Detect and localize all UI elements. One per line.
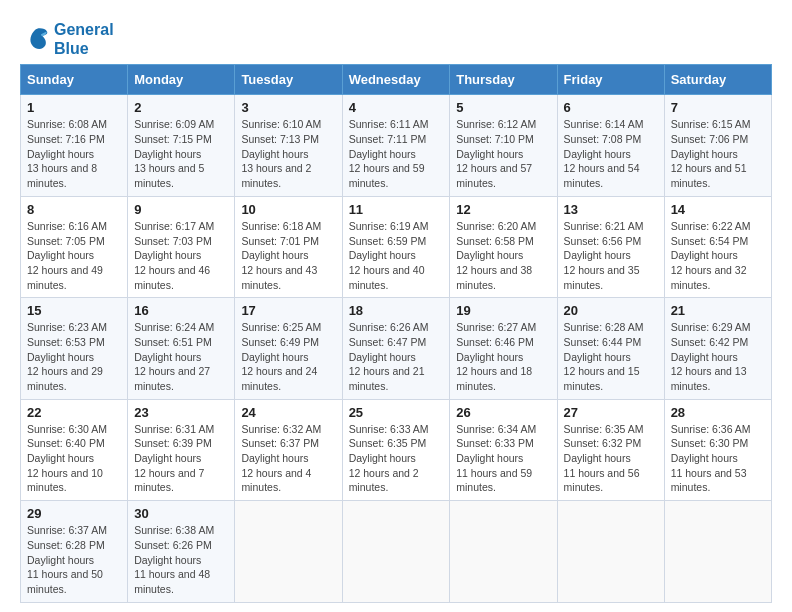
day-number: 28	[671, 405, 765, 420]
sunset-label: Sunset: 7:10 PM	[456, 133, 534, 145]
day-number: 1	[27, 100, 121, 115]
calendar-day-header: Sunday	[21, 65, 128, 95]
calendar-cell: 9 Sunrise: 6:17 AM Sunset: 7:03 PM Dayli…	[128, 196, 235, 297]
sunset-label: Sunset: 7:05 PM	[27, 235, 105, 247]
calendar-cell: 21 Sunrise: 6:29 AM Sunset: 6:42 PM Dayl…	[664, 298, 771, 399]
calendar-cell: 19 Sunrise: 6:27 AM Sunset: 6:46 PM Dayl…	[450, 298, 557, 399]
daylight-label: Daylight hours	[241, 452, 308, 464]
day-number: 25	[349, 405, 444, 420]
day-info: Sunrise: 6:30 AM Sunset: 6:40 PM Dayligh…	[27, 422, 121, 495]
day-info: Sunrise: 6:38 AM Sunset: 6:26 PM Dayligh…	[134, 523, 228, 596]
sunrise-label: Sunrise: 6:16 AM	[27, 220, 107, 232]
daylight-label: Daylight hours	[27, 452, 94, 464]
daylight-value: 12 hours and 13 minutes.	[671, 365, 747, 392]
daylight-label: Daylight hours	[671, 249, 738, 261]
sunrise-label: Sunrise: 6:11 AM	[349, 118, 429, 130]
daylight-label: Daylight hours	[349, 249, 416, 261]
sunrise-label: Sunrise: 6:20 AM	[456, 220, 536, 232]
sunset-label: Sunset: 7:08 PM	[564, 133, 642, 145]
day-info: Sunrise: 6:20 AM Sunset: 6:58 PM Dayligh…	[456, 219, 550, 292]
day-number: 9	[134, 202, 228, 217]
daylight-value: 12 hours and 4 minutes.	[241, 467, 311, 494]
calendar-cell: 15 Sunrise: 6:23 AM Sunset: 6:53 PM Dayl…	[21, 298, 128, 399]
day-info: Sunrise: 6:09 AM Sunset: 7:15 PM Dayligh…	[134, 117, 228, 190]
calendar-cell: 16 Sunrise: 6:24 AM Sunset: 6:51 PM Dayl…	[128, 298, 235, 399]
day-info: Sunrise: 6:32 AM Sunset: 6:37 PM Dayligh…	[241, 422, 335, 495]
day-info: Sunrise: 6:10 AM Sunset: 7:13 PM Dayligh…	[241, 117, 335, 190]
calendar-week-row: 15 Sunrise: 6:23 AM Sunset: 6:53 PM Dayl…	[21, 298, 772, 399]
calendar-cell: 22 Sunrise: 6:30 AM Sunset: 6:40 PM Dayl…	[21, 399, 128, 500]
sunrise-label: Sunrise: 6:30 AM	[27, 423, 107, 435]
sunrise-label: Sunrise: 6:09 AM	[134, 118, 214, 130]
sunset-label: Sunset: 6:46 PM	[456, 336, 534, 348]
sunset-label: Sunset: 6:32 PM	[564, 437, 642, 449]
sunrise-label: Sunrise: 6:26 AM	[349, 321, 429, 333]
calendar-table: SundayMondayTuesdayWednesdayThursdayFrid…	[20, 64, 772, 602]
day-info: Sunrise: 6:34 AM Sunset: 6:33 PM Dayligh…	[456, 422, 550, 495]
calendar-cell: 3 Sunrise: 6:10 AM Sunset: 7:13 PM Dayli…	[235, 95, 342, 196]
sunrise-label: Sunrise: 6:24 AM	[134, 321, 214, 333]
sunrise-label: Sunrise: 6:17 AM	[134, 220, 214, 232]
day-number: 14	[671, 202, 765, 217]
daylight-value: 12 hours and 7 minutes.	[134, 467, 204, 494]
calendar-day-header: Monday	[128, 65, 235, 95]
calendar-cell	[235, 501, 342, 602]
sunrise-label: Sunrise: 6:29 AM	[671, 321, 751, 333]
day-number: 7	[671, 100, 765, 115]
daylight-label: Daylight hours	[564, 249, 631, 261]
daylight-value: 11 hours and 59 minutes.	[456, 467, 532, 494]
calendar-cell: 23 Sunrise: 6:31 AM Sunset: 6:39 PM Dayl…	[128, 399, 235, 500]
calendar-cell: 11 Sunrise: 6:19 AM Sunset: 6:59 PM Dayl…	[342, 196, 450, 297]
calendar-week-row: 8 Sunrise: 6:16 AM Sunset: 7:05 PM Dayli…	[21, 196, 772, 297]
day-info: Sunrise: 6:33 AM Sunset: 6:35 PM Dayligh…	[349, 422, 444, 495]
daylight-label: Daylight hours	[134, 452, 201, 464]
daylight-label: Daylight hours	[134, 148, 201, 160]
daylight-value: 12 hours and 51 minutes.	[671, 162, 747, 189]
sunset-label: Sunset: 6:53 PM	[27, 336, 105, 348]
daylight-value: 12 hours and 21 minutes.	[349, 365, 425, 392]
daylight-value: 12 hours and 2 minutes.	[349, 467, 419, 494]
sunrise-label: Sunrise: 6:18 AM	[241, 220, 321, 232]
sunset-label: Sunset: 6:44 PM	[564, 336, 642, 348]
logo: General Blue	[20, 20, 114, 58]
sunrise-label: Sunrise: 6:08 AM	[27, 118, 107, 130]
calendar-cell	[342, 501, 450, 602]
daylight-value: 12 hours and 57 minutes.	[456, 162, 532, 189]
sunset-label: Sunset: 6:39 PM	[134, 437, 212, 449]
sunset-label: Sunset: 7:06 PM	[671, 133, 749, 145]
day-number: 22	[27, 405, 121, 420]
calendar-cell: 6 Sunrise: 6:14 AM Sunset: 7:08 PM Dayli…	[557, 95, 664, 196]
day-info: Sunrise: 6:37 AM Sunset: 6:28 PM Dayligh…	[27, 523, 121, 596]
day-info: Sunrise: 6:23 AM Sunset: 6:53 PM Dayligh…	[27, 320, 121, 393]
day-number: 29	[27, 506, 121, 521]
daylight-value: 11 hours and 53 minutes.	[671, 467, 747, 494]
calendar-day-header: Thursday	[450, 65, 557, 95]
calendar-cell: 25 Sunrise: 6:33 AM Sunset: 6:35 PM Dayl…	[342, 399, 450, 500]
daylight-value: 12 hours and 46 minutes.	[134, 264, 210, 291]
logo-icon	[20, 24, 50, 54]
sunset-label: Sunset: 7:15 PM	[134, 133, 212, 145]
day-number: 24	[241, 405, 335, 420]
daylight-value: 13 hours and 8 minutes.	[27, 162, 97, 189]
daylight-value: 12 hours and 27 minutes.	[134, 365, 210, 392]
daylight-value: 12 hours and 38 minutes.	[456, 264, 532, 291]
sunrise-label: Sunrise: 6:12 AM	[456, 118, 536, 130]
sunrise-label: Sunrise: 6:34 AM	[456, 423, 536, 435]
day-number: 8	[27, 202, 121, 217]
day-info: Sunrise: 6:19 AM Sunset: 6:59 PM Dayligh…	[349, 219, 444, 292]
sunset-label: Sunset: 6:28 PM	[27, 539, 105, 551]
day-number: 13	[564, 202, 658, 217]
sunset-label: Sunset: 6:37 PM	[241, 437, 319, 449]
calendar-cell: 10 Sunrise: 6:18 AM Sunset: 7:01 PM Dayl…	[235, 196, 342, 297]
sunset-label: Sunset: 6:59 PM	[349, 235, 427, 247]
sunset-label: Sunset: 7:16 PM	[27, 133, 105, 145]
day-info: Sunrise: 6:14 AM Sunset: 7:08 PM Dayligh…	[564, 117, 658, 190]
day-info: Sunrise: 6:28 AM Sunset: 6:44 PM Dayligh…	[564, 320, 658, 393]
daylight-label: Daylight hours	[349, 351, 416, 363]
calendar-cell: 1 Sunrise: 6:08 AM Sunset: 7:16 PM Dayli…	[21, 95, 128, 196]
day-info: Sunrise: 6:26 AM Sunset: 6:47 PM Dayligh…	[349, 320, 444, 393]
daylight-label: Daylight hours	[564, 452, 631, 464]
calendar-cell: 7 Sunrise: 6:15 AM Sunset: 7:06 PM Dayli…	[664, 95, 771, 196]
daylight-value: 12 hours and 35 minutes.	[564, 264, 640, 291]
daylight-label: Daylight hours	[241, 249, 308, 261]
